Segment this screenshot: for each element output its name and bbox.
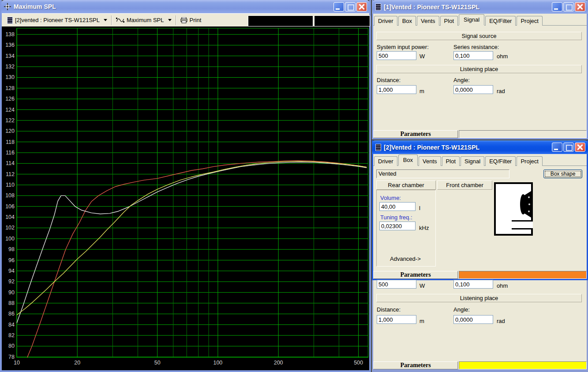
- signal-tab-panel: Signal source System input power: Series…: [374, 26, 586, 129]
- angle-field[interactable]: [453, 85, 493, 94]
- maximize-button[interactable]: [563, 143, 574, 152]
- resistance-unit: ohm: [497, 53, 508, 60]
- window2-titlebar[interactable]: [2]Vented : Pioneer TS-W121SPL: [372, 140, 588, 154]
- tab-project[interactable]: Project: [517, 16, 542, 26]
- svg-text:90: 90: [8, 289, 15, 296]
- window1-titlebar[interactable]: [1]Vented : Pioneer TS-W121SPL: [372, 0, 588, 14]
- box-type-field: Vented: [376, 169, 509, 178]
- tab-signal[interactable]: Signal: [459, 14, 484, 25]
- plot-type-dropdown[interactable]: Maximum SPL: [114, 16, 173, 24]
- tab-vents[interactable]: Vents: [417, 16, 439, 26]
- tab-driver[interactable]: Driver: [374, 16, 397, 26]
- window2-parameters-bar: Parameters: [373, 271, 587, 279]
- svg-text:96: 96: [8, 257, 15, 263]
- svg-text:108: 108: [5, 192, 15, 199]
- close-button[interactable]: [575, 143, 585, 152]
- window1-tabstrip: Driver Box Vents Plot Signal EQ/Filter P…: [373, 14, 587, 26]
- tab-driver[interactable]: Driver: [374, 156, 397, 166]
- system-input-power-field[interactable]: [377, 51, 416, 60]
- tab-vents[interactable]: Vents: [419, 156, 441, 166]
- distance-field[interactable]: [377, 315, 416, 324]
- minimize-button[interactable]: [552, 2, 562, 11]
- print-button[interactable]: Print: [179, 16, 203, 24]
- tab-box[interactable]: Box: [398, 154, 418, 165]
- svg-text:110: 110: [6, 182, 15, 188]
- svg-text:94: 94: [8, 268, 15, 274]
- tab-plot[interactable]: Plot: [440, 16, 458, 26]
- maximize-button[interactable]: [563, 2, 574, 11]
- angle-label: Angle:: [453, 306, 470, 313]
- toolbar-blank-panel-2: [314, 15, 370, 26]
- svg-text:136: 136: [5, 42, 15, 48]
- window1-parameters-bar: Parameters: [373, 130, 587, 138]
- volume-label: Volume:: [380, 195, 401, 201]
- printer-icon: [180, 17, 187, 23]
- svg-text:80: 80: [8, 343, 15, 349]
- tab-signal[interactable]: Signal: [461, 156, 484, 166]
- distance-field[interactable]: [377, 85, 416, 94]
- volume-unit: l: [419, 205, 420, 211]
- resistance-unit: ohm: [497, 282, 508, 289]
- tab-eqfilter[interactable]: EQ/Filter: [485, 16, 516, 26]
- svg-text:86: 86: [8, 311, 15, 317]
- spl-plot: 7880828486889092949698100102104106108110…: [2, 26, 369, 370]
- distance-label: Distance:: [377, 306, 401, 313]
- window3-parameters-bar: Parameters: [373, 361, 587, 369]
- svg-text:118: 118: [6, 139, 15, 145]
- rear-chamber-tab[interactable]: Rear chamber: [376, 180, 436, 190]
- parameters-button[interactable]: Parameters: [373, 271, 458, 279]
- box-shape-button[interactable]: Box shape: [543, 169, 582, 178]
- svg-text:124: 124: [5, 107, 15, 113]
- svg-text:88: 88: [8, 300, 15, 306]
- minimize-button[interactable]: [333, 2, 344, 11]
- angle-field[interactable]: [453, 315, 493, 324]
- svg-text:20: 20: [74, 360, 80, 366]
- close-button[interactable]: [575, 2, 585, 11]
- minimize-button[interactable]: [552, 143, 562, 152]
- tab-project[interactable]: Project: [517, 156, 542, 166]
- svg-text:122: 122: [5, 117, 15, 124]
- signal-tab-panel-bottom: W ohm Listening place Distance: Angle: m…: [374, 281, 586, 361]
- svg-text:104: 104: [5, 214, 15, 220]
- power-unit: W: [419, 282, 425, 289]
- svg-text:78: 78: [8, 354, 15, 360]
- plot-type-label: Maximum SPL: [127, 17, 164, 23]
- volume-field[interactable]: [379, 202, 416, 211]
- chevron-down-icon: [104, 19, 107, 21]
- window-icon: [375, 144, 381, 151]
- tab-plot[interactable]: Plot: [442, 156, 460, 166]
- series-resistance-field[interactable]: [453, 51, 493, 60]
- window1: [1]Vented : Pioneer TS-W121SPL Driver Bo…: [372, 0, 588, 139]
- series-resistance-field[interactable]: [453, 280, 493, 289]
- print-label: Print: [190, 17, 202, 23]
- plot-toolbar: [2]vented : Pioneer TS-W121SPL Maximum S…: [2, 13, 369, 26]
- close-button[interactable]: [356, 2, 367, 11]
- tab-eqfilter[interactable]: EQ/Filter: [485, 156, 516, 166]
- advanced-link[interactable]: Advanced->: [390, 256, 421, 262]
- window3: W ohm Listening place Distance: Angle: m…: [372, 280, 588, 372]
- parameters-button[interactable]: Parameters: [373, 361, 458, 369]
- angle-unit: rad: [497, 318, 505, 324]
- listening-place-header: Listening place: [376, 65, 582, 73]
- toolbar-blank-panel-1: [248, 15, 313, 26]
- window1-title: [1]Vented : Pioneer TS-W121SPL: [384, 4, 551, 11]
- window2-tabstrip: Driver Box Vents Plot Signal EQ/Filter P…: [373, 154, 587, 166]
- window2-title: [2]Vented : Pioneer TS-W121SPL: [384, 144, 551, 151]
- svg-text:120: 120: [5, 128, 15, 134]
- toolbar-separator: [176, 15, 176, 25]
- parameters-button[interactable]: Parameters: [373, 130, 458, 138]
- svg-text:130: 130: [5, 74, 15, 80]
- plot-window-titlebar[interactable]: Maximum SPL: [1, 0, 370, 13]
- front-chamber-tab[interactable]: Front chamber: [437, 180, 492, 190]
- power-label: System input power:: [377, 44, 429, 50]
- svg-text:106: 106: [5, 203, 15, 210]
- tab-box[interactable]: Box: [398, 16, 416, 26]
- svg-text:10: 10: [14, 360, 20, 366]
- system-input-power-field[interactable]: [377, 280, 416, 289]
- svg-text:200: 200: [274, 360, 283, 366]
- maximize-button[interactable]: [345, 2, 356, 11]
- project-selector-dropdown[interactable]: [2]vented : Pioneer TS-W121SPL: [5, 16, 109, 25]
- svg-text:98: 98: [8, 246, 15, 252]
- tuning-freq-field[interactable]: [379, 222, 416, 230]
- svg-text:132: 132: [5, 64, 15, 70]
